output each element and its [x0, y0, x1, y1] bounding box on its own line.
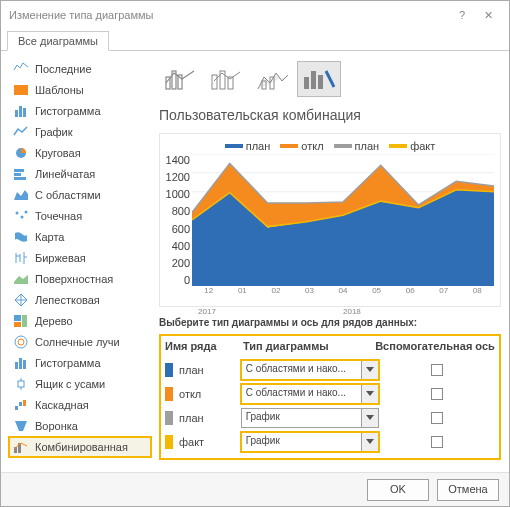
- chart-preview: планотклпланфакт 14001200100080060040020…: [159, 133, 501, 307]
- plot-area: [192, 154, 494, 286]
- legend-item: план: [334, 140, 380, 152]
- svg-rect-18: [23, 360, 26, 369]
- chart-type-icon: [13, 146, 29, 160]
- sidebar-item-1[interactable]: Шаблоны: [9, 80, 151, 100]
- legend-item: план: [225, 140, 271, 152]
- sidebar-item-label: Дерево: [35, 315, 73, 327]
- series-selector-label: Выберите тип диаграммы и ось для рядов д…: [159, 317, 501, 328]
- chart-type-combo[interactable]: График: [241, 408, 379, 428]
- chart-type-icon: [13, 272, 29, 286]
- chart-type-icon: [13, 335, 29, 349]
- ok-button[interactable]: OK: [367, 479, 429, 501]
- subtype-4-custom[interactable]: [297, 61, 341, 97]
- sidebar-item-label: Поверхностная: [35, 273, 113, 285]
- sidebar-item-15[interactable]: Ящик с усами: [9, 374, 151, 394]
- chevron-down-icon[interactable]: [361, 384, 379, 404]
- svg-rect-17: [19, 358, 22, 369]
- series-row: фактГрафик: [165, 430, 495, 454]
- help-icon[interactable]: ?: [449, 9, 475, 21]
- sidebar-item-6[interactable]: С областями: [9, 185, 151, 205]
- svg-rect-21: [19, 402, 22, 406]
- chart-type-combo[interactable]: График: [241, 432, 379, 452]
- sidebar-item-14[interactable]: Гистограмма: [9, 353, 151, 373]
- chevron-down-icon[interactable]: [361, 432, 379, 452]
- sidebar-item-label: Последние: [35, 63, 92, 75]
- legend-item: откл: [280, 140, 323, 152]
- chart-type-icon: [13, 104, 29, 118]
- subtype-1[interactable]: [159, 61, 203, 97]
- secondary-axis-checkbox[interactable]: [431, 364, 443, 376]
- chart-type-icon: [13, 356, 29, 370]
- svg-rect-12: [22, 315, 27, 327]
- legend-item: факт: [389, 140, 435, 152]
- chart-type-icon: [13, 398, 29, 412]
- chevron-down-icon[interactable]: [361, 360, 379, 380]
- sidebar-item-3[interactable]: График: [9, 122, 151, 142]
- series-swatch: [165, 387, 173, 401]
- sidebar-item-10[interactable]: Поверхностная: [9, 269, 151, 289]
- subtype-3[interactable]: [251, 61, 295, 97]
- chart-legend: планотклпланфакт: [164, 140, 496, 152]
- secondary-axis-checkbox[interactable]: [431, 436, 443, 448]
- sidebar-item-label: Гистограмма: [35, 357, 101, 369]
- sidebar-item-label: Воронка: [35, 420, 78, 432]
- y-axis: 1400120010008006004002000: [164, 154, 190, 286]
- sidebar-item-label: График: [35, 126, 73, 138]
- dialog-title: Изменение типа диаграммы: [9, 9, 449, 21]
- chart-type-icon: [13, 83, 29, 97]
- svg-rect-34: [311, 71, 316, 89]
- svg-rect-11: [14, 315, 21, 321]
- sidebar-item-7[interactable]: Точечная: [9, 206, 151, 226]
- svg-point-15: [18, 339, 24, 345]
- svg-rect-19: [18, 381, 24, 387]
- sidebar-item-17[interactable]: Воронка: [9, 416, 151, 436]
- chart-type-icon: [13, 209, 29, 223]
- secondary-axis-checkbox[interactable]: [431, 412, 443, 424]
- close-icon[interactable]: ✕: [475, 9, 501, 22]
- svg-point-14: [15, 336, 27, 348]
- svg-rect-35: [318, 75, 323, 89]
- svg-rect-22: [23, 400, 26, 406]
- sidebar-item-9[interactable]: Биржевая: [9, 248, 151, 268]
- chevron-down-icon[interactable]: [361, 408, 379, 428]
- chart-type-icon: [13, 125, 29, 139]
- svg-point-9: [21, 216, 24, 219]
- grid-header: Имя ряда Тип диаграммы Вспомогательная о…: [165, 340, 495, 352]
- sidebar-item-label: Лепестковая: [35, 294, 100, 306]
- series-name: план: [179, 412, 204, 424]
- sidebar-item-label: Карта: [35, 231, 64, 243]
- svg-rect-5: [14, 169, 24, 172]
- sidebar-item-16[interactable]: Каскадная: [9, 395, 151, 415]
- subtype-heading: Пользовательская комбинация: [159, 107, 501, 123]
- sidebar-item-2[interactable]: Гистограмма: [9, 101, 151, 121]
- series-swatch: [165, 435, 173, 449]
- series-name: план: [179, 364, 204, 376]
- chart-type-combo[interactable]: С областями и нако...: [241, 360, 379, 380]
- sidebar-item-label: Линейчатая: [35, 168, 95, 180]
- sidebar-item-4[interactable]: Круговая: [9, 143, 151, 163]
- chart-type-icon: [13, 314, 29, 328]
- tab-all-charts[interactable]: Все диаграммы: [7, 31, 109, 51]
- series-row: планГрафик: [165, 406, 495, 430]
- secondary-axis-checkbox[interactable]: [431, 388, 443, 400]
- svg-rect-16: [15, 362, 18, 369]
- sidebar-item-label: Круговая: [35, 147, 81, 159]
- subtype-2[interactable]: [205, 61, 249, 97]
- series-row: отклС областями и нако...: [165, 382, 495, 406]
- sidebar-item-13[interactable]: Солнечные лучи: [9, 332, 151, 352]
- svg-rect-7: [14, 177, 26, 180]
- sidebar-item-0[interactable]: Последние: [9, 59, 151, 79]
- chart-type-combo[interactable]: С областями и нако...: [241, 384, 379, 404]
- sidebar-item-label: Каскадная: [35, 399, 89, 411]
- sidebar-item-8[interactable]: Карта: [9, 227, 151, 247]
- series-name: откл: [179, 388, 201, 400]
- sidebar-item-18[interactable]: Комбинированная: [9, 437, 151, 457]
- x-axis: 12010203040506070820172018: [192, 286, 494, 304]
- sidebar-item-label: С областями: [35, 189, 101, 201]
- sidebar-item-12[interactable]: Дерево: [9, 311, 151, 331]
- sidebar-item-11[interactable]: Лепестковая: [9, 290, 151, 310]
- cancel-button[interactable]: Отмена: [437, 479, 499, 501]
- chart-type-icon: [13, 62, 29, 76]
- sidebar-item-label: Биржевая: [35, 252, 86, 264]
- sidebar-item-5[interactable]: Линейчатая: [9, 164, 151, 184]
